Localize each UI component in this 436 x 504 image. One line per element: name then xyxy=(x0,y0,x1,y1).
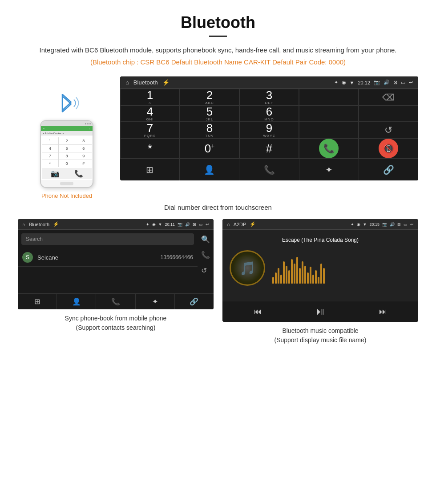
next-button[interactable]: ⏭ xyxy=(379,307,387,316)
phone-dots xyxy=(85,123,91,124)
phonebook-search[interactable]: Search xyxy=(21,233,194,245)
pb-usb-icon: ⚡ xyxy=(53,221,59,227)
pb-screen-icon[interactable]: ⊠ xyxy=(193,222,196,227)
phone-key-star[interactable]: * xyxy=(42,160,58,167)
car-bottom-bluetooth[interactable]: ✦ xyxy=(299,159,359,180)
dial-key-3[interactable]: 3 DEF xyxy=(239,89,299,105)
dial-key-5[interactable]: 5 JKL xyxy=(180,105,239,122)
wbar-17 xyxy=(315,270,317,284)
pb-title: Bluetooth xyxy=(29,222,49,227)
dial-key-hash[interactable]: # xyxy=(239,138,299,159)
pb-wifi-icon: ▼ xyxy=(158,222,162,227)
music-screen-icon[interactable]: ⊠ xyxy=(397,222,401,227)
phone-key-0[interactable]: 0 xyxy=(59,160,75,167)
window-icon[interactable]: ▭ xyxy=(401,80,405,85)
music-note-icon: 🎵 xyxy=(239,260,256,276)
car-bottom-phone[interactable]: 📞 xyxy=(239,159,299,180)
back-icon[interactable]: ↩ xyxy=(409,80,413,85)
dial-display-empty xyxy=(299,89,359,105)
phone-key-1[interactable]: 1 xyxy=(42,137,58,144)
call-red-icon[interactable]: 📵 xyxy=(379,139,398,158)
svg-line-1 xyxy=(62,94,71,102)
dialpad-grid: 1 ⌂ 2 ABC 3 DEF ⌫ 4 GHI xyxy=(120,89,418,159)
bluetooth-waves-svg xyxy=(49,90,85,116)
backspace-icon: ⌫ xyxy=(382,92,395,103)
wbar-8 xyxy=(291,259,293,284)
music-time: 20:15 xyxy=(369,222,379,227)
phone-key-2[interactable]: 2 xyxy=(59,137,75,144)
phone-key-hash[interactable]: # xyxy=(75,160,92,167)
phone-more-label: ⋮ xyxy=(88,127,91,130)
car-bottom-grid[interactable]: ⊞ xyxy=(120,159,180,180)
dial-empty-3 xyxy=(359,105,418,122)
dial-hangup-button[interactable]: 📵 xyxy=(359,138,418,159)
pb-bluetooth-btn[interactable]: ✦ xyxy=(136,294,175,309)
dial-key-7[interactable]: 7 PQRS xyxy=(120,122,180,138)
screen-icon[interactable]: ⊠ xyxy=(393,80,397,85)
phone-key-8[interactable]: 8 xyxy=(59,152,75,160)
main-section: ← ⋮ + Add to Contacts 1 2 3 4 5 6 7 8 9 xyxy=(18,76,418,199)
phone-key-9[interactable]: 9 xyxy=(75,152,92,160)
phone-screen-body: 1 2 3 4 5 6 7 8 9 * 0 # 📷 xyxy=(41,136,93,180)
wifi-icon: ▼ xyxy=(350,80,355,85)
music-cam-icon[interactable]: 📷 xyxy=(382,222,387,227)
pb-bt-icon: ✦ xyxy=(146,222,149,227)
phone-key-6[interactable]: 6 xyxy=(75,145,92,152)
dial-refresh-button[interactable]: ↺ xyxy=(359,122,418,138)
music-vol-icon[interactable]: 🔊 xyxy=(390,222,395,227)
car-screen-header: ⌂ Bluetooth ⚡ ✦ ◉ ▼ 20:12 📷 🔊 ⊠ ▭ ↩ xyxy=(120,76,418,89)
wbar-10 xyxy=(296,257,298,284)
dial-key-6[interactable]: 6 MNO xyxy=(239,105,299,122)
phonebook-main: Search S Seicane 13566664466 xyxy=(18,230,198,293)
refresh-side-icon[interactable]: ↺ xyxy=(201,266,210,275)
pb-phone-btn[interactable]: 📞 xyxy=(96,294,135,309)
play-pause-button[interactable]: ⏯ xyxy=(315,306,325,317)
dial-key-8[interactable]: 8 TUV xyxy=(180,122,239,138)
car-bottom-bar: ⊞ 👤 📞 ✦ 🔗 xyxy=(120,159,418,180)
music-caption: Bluetooth music compatible (Support disp… xyxy=(222,326,418,345)
dial-key-9[interactable]: 9 WXYZ xyxy=(239,122,299,138)
music-wifi-icon: ▼ xyxy=(363,222,367,227)
search-side-icon[interactable]: 🔍 xyxy=(201,235,210,244)
phone-home-button[interactable] xyxy=(60,182,73,185)
music-back-icon[interactable]: ↩ xyxy=(410,222,414,227)
dial-key-star[interactable]: * xyxy=(120,138,180,159)
car-bottom-link[interactable]: 🔗 xyxy=(359,159,418,180)
prev-button[interactable]: ⏮ xyxy=(254,307,262,316)
phone-key-3[interactable]: 3 xyxy=(75,137,92,144)
phone-side-icon[interactable]: 📞 xyxy=(201,251,210,259)
music-controls: ⏮ ⏯ ⏭ xyxy=(222,301,418,322)
phonebook-header: ⌂ Bluetooth ⚡ ✦ ◉ ▼ 20:11 📷 🔊 ⊠ ▭ ↩ xyxy=(18,219,214,230)
pb-cam-icon[interactable]: 📷 xyxy=(178,222,182,227)
call-green-icon[interactable]: 📞 xyxy=(319,139,339,158)
pb-back-icon[interactable]: ↩ xyxy=(206,222,209,227)
pb-grid-btn[interactable]: ⊞ xyxy=(18,294,57,309)
wbar-11 xyxy=(299,268,301,284)
music-bt-icon: ✦ xyxy=(351,222,354,227)
dial-key-2[interactable]: 2 ABC xyxy=(180,89,239,105)
music-caption-line1: Bluetooth music compatible xyxy=(282,327,358,334)
dial-call-button[interactable]: 📞 xyxy=(299,138,359,159)
entry-number: 13566664466 xyxy=(161,254,193,260)
volume-icon[interactable]: 🔊 xyxy=(384,80,390,85)
music-home-icon[interactable]: ⌂ xyxy=(227,222,230,227)
phone-key-7[interactable]: 7 xyxy=(42,152,58,160)
car-screen-title: Bluetooth xyxy=(133,79,158,86)
phone-not-included-label: Phone Not Included xyxy=(41,192,92,199)
phone-key-4[interactable]: 4 xyxy=(42,145,58,152)
pb-win-icon[interactable]: ▭ xyxy=(199,222,203,227)
dial-key-0[interactable]: 0+ xyxy=(180,138,239,159)
music-win-icon[interactable]: ▭ xyxy=(404,222,408,227)
dial-backspace-button[interactable]: ⌫ xyxy=(359,89,418,105)
dial-key-1[interactable]: 1 ⌂ xyxy=(120,89,180,105)
pb-person-btn[interactable]: 👤 xyxy=(57,294,96,309)
car-bottom-contacts[interactable]: 👤 xyxy=(180,159,239,180)
camera-icon[interactable]: 📷 xyxy=(374,80,380,85)
pb-home-icon[interactable]: ⌂ xyxy=(22,222,25,227)
pb-vol-icon[interactable]: 🔊 xyxy=(185,222,190,227)
dial-key-4[interactable]: 4 GHI xyxy=(120,105,180,122)
pb-link-btn[interactable]: 🔗 xyxy=(175,294,214,309)
home-icon[interactable]: ⌂ xyxy=(125,79,129,86)
phone-key-5[interactable]: 5 xyxy=(59,145,75,152)
refresh-icon: ↺ xyxy=(384,124,392,136)
